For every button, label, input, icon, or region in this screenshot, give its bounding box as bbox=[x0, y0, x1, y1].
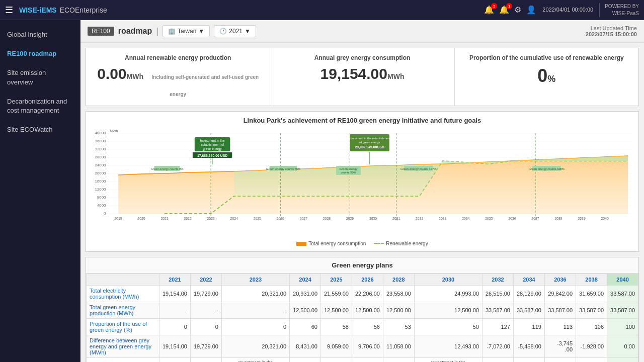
col-header-2034: 2034 bbox=[513, 274, 544, 286]
svg-text:2028: 2028 bbox=[323, 217, 331, 220]
kpi-value-2: 19,154.00MWh bbox=[278, 65, 446, 82]
notification-icon[interactable]: 🔔 2 bbox=[484, 5, 494, 15]
svg-text:Green energy: Green energy bbox=[340, 167, 358, 170]
svg-text:16000: 16000 bbox=[95, 179, 106, 184]
separator: | bbox=[156, 26, 158, 37]
svg-text:2023: 2023 bbox=[207, 217, 215, 220]
kpi-proportion: Proportion of the cumulative use of rene… bbox=[455, 48, 638, 106]
svg-text:2026: 2026 bbox=[277, 217, 284, 220]
col-header-2028: 2028 bbox=[383, 274, 414, 286]
col-header-2022: 2022 bbox=[190, 274, 221, 286]
svg-text:2036: 2036 bbox=[508, 217, 516, 220]
table-row: Investment approaches (USD) --Investment… bbox=[87, 358, 638, 363]
table-row: Proportion of the use of green energy (%… bbox=[87, 319, 638, 335]
kpi-grey-consumption: Annual grey energy consumption 19,154.00… bbox=[270, 48, 454, 106]
svg-text:29,802,949.00USD: 29,802,949.00USD bbox=[355, 145, 384, 149]
sidebar-item-decarbonization[interactable]: Decarbonization and cost management bbox=[0, 92, 80, 120]
user-icon[interactable]: 👤 bbox=[526, 5, 536, 15]
sidebar-item-ecowatch[interactable]: Site ECOWatch bbox=[0, 120, 80, 139]
kpi-value-3: 0% bbox=[463, 65, 630, 86]
table-row: Total electricity consumption (MWh) 19,1… bbox=[87, 286, 638, 302]
table-title: Green energy plans bbox=[86, 257, 638, 274]
table-row: Difference between grey energy and green… bbox=[87, 335, 638, 358]
row-label-electricity: Total electricity consumption (MWh) bbox=[87, 286, 159, 302]
main-content: RE100 roadmap | 🏢 Taiwan ▼ 🕐 2021 ▼ Last… bbox=[80, 20, 644, 362]
col-header-2032: 2032 bbox=[482, 274, 514, 286]
svg-text:Green energy counts 106%: Green energy counts 106% bbox=[529, 167, 565, 170]
legend-renewable-color bbox=[374, 243, 384, 245]
app-product: ECOEnterprise bbox=[60, 6, 107, 14]
svg-text:establishment of: establishment of bbox=[201, 143, 224, 146]
row-label-investment: Investment approaches (USD) bbox=[87, 358, 159, 363]
svg-text:of green energy: of green energy bbox=[359, 141, 380, 144]
svg-text:4000: 4000 bbox=[97, 203, 106, 208]
page-header: RE100 roadmap | 🏢 Taiwan ▼ 🕐 2021 ▼ Last… bbox=[80, 20, 644, 43]
row-label-proportion: Proportion of the use of green energy (%… bbox=[87, 319, 159, 335]
col-header-2024: 2024 bbox=[290, 274, 321, 286]
svg-text:2029: 2029 bbox=[346, 217, 354, 220]
svg-text:17,666,660.00 USD: 17,666,660.00 USD bbox=[197, 154, 227, 158]
page-header-left: RE100 roadmap | 🏢 Taiwan ▼ 🕐 2021 ▼ bbox=[88, 25, 256, 37]
svg-text:2019: 2019 bbox=[114, 217, 122, 220]
page-tag: RE100 bbox=[88, 27, 114, 36]
notification-icons: 🔔 2 🔔 1 ⚙ 👤 bbox=[484, 5, 536, 15]
chart-container: 40000 36000 32000 28000 24000 20000 1600… bbox=[91, 128, 633, 239]
svg-text:Investment in the establishmen: Investment in the establishment bbox=[349, 137, 390, 140]
main-layout: Global Insight RE100 roadmap Site emissi… bbox=[0, 20, 644, 362]
last-updated: Last Updated Time 2022/07/15 15:00:00 bbox=[586, 25, 637, 37]
svg-text:20000: 20000 bbox=[95, 171, 106, 175]
svg-text:2033: 2033 bbox=[439, 217, 446, 220]
alert-badge: 1 bbox=[506, 3, 512, 9]
svg-text:2030: 2030 bbox=[369, 217, 377, 220]
svg-text:Green energy counts 0%: Green energy counts 0% bbox=[150, 167, 184, 170]
chart-legend: Total energy consumption Renewable energ… bbox=[91, 241, 633, 246]
legend-renewable: Renewable energy bbox=[374, 241, 428, 246]
chevron-down-icon: ▼ bbox=[198, 28, 204, 35]
svg-text:2039: 2039 bbox=[578, 217, 585, 220]
svg-text:MWh: MWh bbox=[110, 129, 118, 133]
page-title: roadmap bbox=[118, 27, 152, 36]
legend-total-energy: Total energy consumption bbox=[296, 241, 366, 246]
svg-text:Investment in the: Investment in the bbox=[200, 139, 225, 142]
building-icon: 🏢 bbox=[168, 28, 176, 35]
svg-text:32000: 32000 bbox=[95, 147, 106, 151]
svg-text:2034: 2034 bbox=[462, 217, 469, 220]
chart-svg: 40000 36000 32000 28000 24000 20000 1600… bbox=[91, 128, 633, 239]
svg-text:2037: 2037 bbox=[531, 217, 539, 220]
chevron-down-icon-year: ▼ bbox=[245, 28, 251, 35]
sidebar-item-re100[interactable]: RE100 roadmap bbox=[0, 44, 80, 63]
svg-text:2020: 2020 bbox=[137, 217, 145, 220]
kpi-row: Annual renewable energy production 0.00M… bbox=[86, 48, 639, 106]
col-header-2026: 2026 bbox=[352, 274, 383, 286]
svg-text:Green energy counts 127%: Green energy counts 127% bbox=[400, 167, 437, 170]
col-header-2021: 2021 bbox=[159, 274, 191, 286]
svg-text:2035: 2035 bbox=[485, 217, 493, 220]
menu-icon[interactable]: ☰ bbox=[5, 5, 13, 16]
sidebar-item-global-insight[interactable]: Global Insight bbox=[0, 25, 80, 44]
svg-text:40000: 40000 bbox=[95, 131, 106, 135]
legend-total-energy-color bbox=[296, 242, 306, 246]
country-dropdown[interactable]: 🏢 Taiwan ▼ bbox=[163, 25, 210, 37]
alert-icon[interactable]: 🔔 1 bbox=[499, 5, 509, 15]
svg-text:28000: 28000 bbox=[95, 155, 106, 159]
col-header-2036: 2036 bbox=[544, 274, 576, 286]
svg-text:2031: 2031 bbox=[392, 217, 400, 220]
sidebar: Global Insight RE100 roadmap Site emissi… bbox=[0, 20, 80, 362]
svg-text:36000: 36000 bbox=[95, 139, 106, 143]
app-logo: WISE-iEMS bbox=[19, 6, 57, 14]
year-dropdown[interactable]: 🕐 2021 ▼ bbox=[214, 25, 256, 37]
svg-text:0: 0 bbox=[104, 211, 106, 216]
chart-title: Linkou Park's achievement of RE100 green… bbox=[91, 117, 633, 124]
svg-text:2021: 2021 bbox=[160, 217, 168, 220]
svg-text:green energy: green energy bbox=[203, 147, 222, 151]
svg-text:Green energy counts 56%: Green energy counts 56% bbox=[266, 167, 301, 170]
settings-icon[interactable]: ⚙ bbox=[514, 5, 521, 15]
table-section: Green energy plans 2021 2022 2023 2024 2… bbox=[86, 257, 639, 362]
data-table: 2021 2022 2023 2024 2025 2026 2028 2030 … bbox=[86, 274, 638, 362]
sidebar-item-site-emission[interactable]: Site emission overview bbox=[0, 63, 80, 92]
calendar-icon: 🕐 bbox=[219, 28, 227, 35]
chart-section: Linkou Park's achievement of RE100 green… bbox=[86, 111, 639, 252]
svg-text:2040: 2040 bbox=[601, 217, 609, 220]
kpi-renewable-production: Annual renewable energy production 0.00M… bbox=[86, 48, 270, 106]
topbar: ☰ WISE-iEMS ECOEnterprise 🔔 2 🔔 1 ⚙ 👤 20… bbox=[0, 0, 644, 20]
